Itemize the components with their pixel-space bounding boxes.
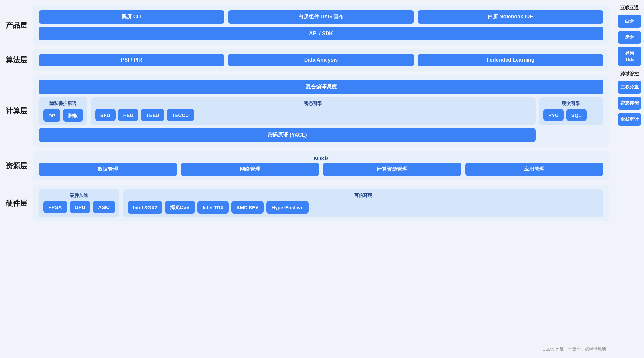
- sidebar-btn-mitai[interactable]: 密态存储: [618, 97, 641, 110]
- hardware-sections: 硬件加速 FPGA GPU ASIC 可信环境 Intel SGX2 海光CSV…: [39, 189, 603, 217]
- product-layer-box: 黑屏 CLI 白屏组件 DAG 画布 白屏 Notebook IDE API /…: [33, 6, 609, 45]
- chip-hybrid-compile[interactable]: 混合编译调度: [39, 80, 603, 94]
- footer: CSDN @散一世繁华，颠半世琉璃: [6, 346, 609, 352]
- algo-row: PSI / PIR Data Analysis Federated Learni…: [39, 54, 603, 66]
- hardware-layer-label: 硬件层: [6, 199, 29, 208]
- cipher-section-title: 密态引擎: [95, 101, 531, 107]
- compute-sections: 隐私保护原语 DP 脱敏 密态引擎 SPU HEU TEEU TECCU: [39, 97, 603, 125]
- compute-layer-row: 计算层 混合编译调度 隐私保护原语 DP 脱敏 密态引擎 SPU HE: [6, 75, 609, 147]
- algorithm-layer-box: PSI / PIR Data Analysis Federated Learni…: [33, 49, 609, 71]
- hardware-layer-row: 硬件层 硬件加速 FPGA GPU ASIC 可信环境 Intel SGX2 海…: [6, 185, 609, 221]
- chip-api-sdk[interactable]: API / SDK: [39, 27, 603, 40]
- plaintext-section-title: 明文引擎: [543, 101, 599, 107]
- privacy-section: 隐私保护原语 DP 脱敏: [39, 97, 87, 125]
- chip-hyperenclave[interactable]: HyperEnclave: [266, 201, 308, 214]
- privacy-section-title: 隐私保护原语: [43, 101, 83, 107]
- chip-data-analysis[interactable]: Data Analysis: [228, 54, 414, 66]
- chip-intel-tdx[interactable]: Intel TDX: [197, 201, 229, 214]
- hw-accel-chips: FPGA GPU ASIC: [43, 201, 115, 213]
- compute-layer-label: 计算层: [6, 106, 29, 116]
- chip-haiguang-csv[interactable]: 海光CSV: [165, 201, 195, 214]
- chip-sql[interactable]: SQL: [566, 109, 587, 121]
- chip-amd-sev[interactable]: AMD SEV: [231, 201, 264, 214]
- hw-accel-section: 硬件加速 FPGA GPU ASIC: [39, 189, 119, 217]
- chip-notebook[interactable]: 白屏 Notebook IDE: [418, 10, 603, 24]
- sidebar: 互联互通 白盒 黑盒 异构 TEE 跨域管控 三权分置 密态存储 全栈审计: [615, 0, 644, 358]
- sidebar-top-label: 互联互通: [618, 3, 641, 12]
- chip-yacl[interactable]: 密码原语 (YACL): [39, 128, 536, 142]
- sidebar-mid-label: 跨域管控: [618, 69, 641, 77]
- chip-pyu[interactable]: PYU: [543, 109, 564, 121]
- product-row1: 黑屏 CLI 白屏组件 DAG 画布 白屏 Notebook IDE: [39, 10, 603, 24]
- compute-bottom-row: 密码原语 (YACL): [39, 128, 603, 142]
- trusted-env-chips: Intel SGX2 海光CSV Intel TDX AMD SEV Hyper…: [128, 201, 599, 214]
- sidebar-btn-white-box[interactable]: 白盒: [618, 15, 641, 28]
- cipher-chips: SPU HEU TEEU TECCU: [95, 109, 531, 121]
- compute-layer-box: 混合编译调度 隐私保护原语 DP 脱敏 密态引擎 SPU HEU: [33, 75, 609, 147]
- chip-asic[interactable]: ASIC: [93, 201, 115, 213]
- chip-app-mgmt[interactable]: 应用管理: [465, 163, 604, 176]
- resource-title: Kuscia: [39, 156, 603, 161]
- chip-compute-mgmt[interactable]: 计算资源管理: [323, 163, 461, 176]
- chip-spu[interactable]: SPU: [95, 109, 116, 121]
- cipher-section: 密态引擎 SPU HEU TEEU TECCU: [91, 97, 536, 125]
- algorithm-layer-label: 算法层: [6, 55, 29, 65]
- resource-layer-row: 资源层 Kuscia 数据管理 网络管理 计算资源管理 应用管理: [6, 151, 609, 180]
- chip-fpga[interactable]: FPGA: [43, 201, 67, 213]
- resource-chips: 数据管理 网络管理 计算资源管理 应用管理: [39, 163, 603, 176]
- product-layer-row: 产品层 黑屏 CLI 白屏组件 DAG 画布 白屏 Notebook IDE A…: [6, 6, 609, 45]
- algorithm-layer-row: 算法层 PSI / PIR Data Analysis Federated Le…: [6, 49, 609, 71]
- plaintext-section: 明文引擎 PYU SQL: [539, 97, 603, 125]
- trusted-env-title: 可信环境: [128, 193, 599, 199]
- chip-dp[interactable]: DP: [43, 109, 60, 122]
- resource-box: Kuscia 数据管理 网络管理 计算资源管理 应用管理: [39, 156, 603, 176]
- chip-net-mgmt[interactable]: 网络管理: [181, 163, 319, 176]
- product-row2: API / SDK: [39, 27, 603, 40]
- chip-intel-sgx2[interactable]: Intel SGX2: [128, 201, 162, 214]
- chip-teccu[interactable]: TECCU: [167, 109, 194, 121]
- chip-data-mgmt[interactable]: 数据管理: [39, 163, 177, 176]
- chip-heu[interactable]: HEU: [118, 109, 139, 121]
- chip-psi-pir[interactable]: PSI / PIR: [39, 54, 224, 66]
- hw-accel-title: 硬件加速: [43, 193, 115, 199]
- resource-layer-box: Kuscia 数据管理 网络管理 计算资源管理 应用管理: [33, 151, 609, 180]
- chip-federated-learning[interactable]: Federated Learning: [418, 54, 603, 66]
- sidebar-btn-tee[interactable]: 异构 TEE: [618, 47, 641, 66]
- chip-dag[interactable]: 白屏组件 DAG 画布: [228, 10, 414, 24]
- product-layer-label: 产品层: [6, 21, 29, 30]
- main-content: 产品层 黑屏 CLI 白屏组件 DAG 画布 白屏 Notebook IDE A…: [0, 0, 615, 358]
- sidebar-btn-audit[interactable]: 全栈审计: [618, 113, 641, 126]
- chip-teeu[interactable]: TEEU: [141, 109, 164, 121]
- plaintext-chips: PYU SQL: [543, 109, 599, 121]
- sidebar-btn-sanquan[interactable]: 三权分置: [618, 81, 641, 94]
- sidebar-btn-black-box[interactable]: 黑盒: [618, 31, 641, 44]
- chip-tuomin[interactable]: 脱敏: [63, 109, 83, 122]
- trusted-env-section: 可信环境 Intel SGX2 海光CSV Intel TDX AMD SEV …: [123, 189, 603, 217]
- hardware-layer-box: 硬件加速 FPGA GPU ASIC 可信环境 Intel SGX2 海光CSV…: [33, 185, 609, 221]
- chip-gpu[interactable]: GPU: [70, 201, 91, 213]
- resource-layer-label: 资源层: [6, 161, 29, 171]
- privacy-chips: DP 脱敏: [43, 109, 83, 122]
- chip-heipingcli[interactable]: 黑屏 CLI: [39, 10, 224, 24]
